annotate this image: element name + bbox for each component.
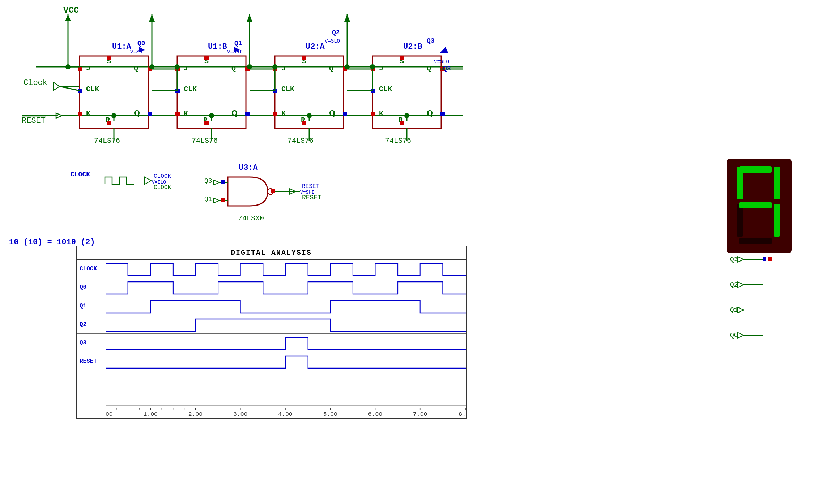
svg-text:CLOCK: CLOCK: [71, 171, 90, 178]
svg-text:K: K: [379, 109, 383, 118]
svg-text:U2:B: U2:B: [403, 42, 422, 51]
svg-rect-23: [107, 56, 111, 60]
signal-row-q1: Q1: [77, 297, 466, 315]
svg-text:J: J: [184, 64, 188, 73]
svg-text:4.00: 4.00: [278, 412, 292, 418]
svg-text:Q̄: Q̄: [329, 109, 335, 118]
svg-text:CLK: CLK: [281, 85, 294, 93]
svg-text:3.00: 3.00: [233, 412, 247, 418]
svg-rect-186: [737, 204, 743, 237]
svg-rect-182: [739, 166, 772, 173]
svg-point-69: [175, 64, 180, 69]
svg-text:CLK: CLK: [86, 85, 99, 93]
svg-line-39: [60, 86, 80, 91]
svg-text:U3:A: U3:A: [239, 163, 258, 172]
svg-text:8.00: 8.00: [459, 412, 466, 418]
svg-text:0.00: 0.00: [106, 412, 113, 418]
svg-rect-113: [400, 56, 404, 60]
svg-text:J: J: [379, 64, 383, 73]
svg-text:74LS76: 74LS76: [192, 137, 218, 145]
svg-marker-200: [737, 332, 744, 338]
svg-text:K: K: [86, 109, 90, 118]
svg-text:6.00: 6.00: [368, 412, 382, 418]
svg-text:Q0: Q0: [730, 332, 738, 339]
signal-wave-q0: [106, 278, 466, 296]
signal-wave-clock: [106, 260, 466, 278]
svg-text:V=SLO: V=SLO: [325, 38, 340, 44]
svg-marker-189: [737, 257, 744, 262]
svg-text:74LS00: 74LS00: [238, 214, 264, 223]
svg-text:U2:A: U2:A: [306, 42, 325, 51]
svg-text:74LS76: 74LS76: [94, 137, 120, 145]
main-canvas: VCC Clock RESET J S Q CLK K R Q̄: [0, 0, 835, 504]
svg-rect-154: [271, 189, 275, 193]
svg-rect-118: [440, 112, 445, 116]
svg-rect-192: [768, 257, 772, 261]
svg-text:U1:A: U1:A: [112, 42, 132, 51]
svg-point-66: [247, 64, 252, 69]
signal-wave-q2: [106, 315, 466, 333]
svg-text:CLK: CLK: [184, 85, 197, 93]
svg-rect-57: [204, 121, 209, 125]
svg-rect-26: [78, 112, 82, 116]
signal-row-empty1: [77, 371, 466, 389]
signal-row-clock: CLOCK: [77, 260, 466, 278]
svg-point-96: [345, 64, 350, 69]
signal-wave-reset: [106, 352, 466, 370]
svg-rect-58: [245, 112, 250, 116]
svg-text:Q: Q: [329, 64, 333, 73]
svg-text:RESET: RESET: [22, 116, 46, 125]
svg-text:1.00: 1.00: [144, 412, 158, 418]
svg-text:Q3: Q3: [730, 256, 738, 263]
signal-row-q3: Q3: [77, 334, 466, 352]
svg-point-41: [111, 113, 116, 118]
svg-rect-184: [774, 204, 780, 237]
signal-wave-empty1: [106, 371, 466, 389]
svg-text:Q1: Q1: [234, 40, 242, 47]
svg-text:7.00: 7.00: [413, 412, 427, 418]
signal-row-empty2: [77, 389, 466, 408]
svg-rect-84: [302, 56, 306, 60]
svg-rect-147: [221, 198, 225, 202]
svg-text:Q0: Q0: [137, 40, 145, 47]
svg-text:U1:B: U1:B: [208, 42, 227, 51]
svg-text:2.00: 2.00: [188, 412, 203, 418]
svg-text:K: K: [281, 109, 286, 118]
svg-text:J: J: [86, 64, 90, 73]
svg-rect-117: [400, 121, 404, 125]
svg-text:Q1: Q1: [730, 306, 738, 314]
svg-text:Clock: Clock: [24, 78, 47, 87]
svg-rect-88: [302, 121, 306, 125]
svg-rect-188: [739, 202, 772, 208]
svg-rect-143: [221, 180, 225, 184]
svg-marker-6: [54, 82, 60, 90]
svg-rect-187: [737, 167, 743, 199]
svg-point-72: [209, 113, 214, 118]
svg-text:K: K: [184, 109, 188, 118]
svg-text:5.00: 5.00: [323, 412, 337, 418]
signal-row-q2: Q2: [77, 315, 466, 334]
signal-label-q2: Q2: [77, 321, 106, 328]
svg-text:CLOCK: CLOCK: [154, 173, 171, 180]
signal-wave-q3: [106, 334, 466, 352]
svg-rect-28: [148, 112, 152, 116]
svg-rect-87: [273, 112, 277, 116]
svg-text:Q̄: Q̄: [134, 109, 140, 118]
svg-rect-191: [763, 257, 766, 261]
svg-text:V=SLO: V=SLO: [434, 59, 449, 65]
svg-text:Q3: Q3: [204, 177, 212, 185]
svg-marker-197: [737, 307, 744, 313]
svg-text:Q: Q: [427, 64, 431, 73]
svg-text:Q: Q: [231, 64, 236, 73]
signal-label-q0: Q0: [77, 284, 106, 290]
svg-text:CLK: CLK: [379, 85, 392, 93]
svg-text:VCC: VCC: [63, 5, 79, 15]
svg-text:Q2: Q2: [332, 29, 340, 36]
svg-marker-123: [439, 47, 448, 53]
signal-row-reset: RESET: [77, 352, 466, 371]
svg-point-126: [370, 64, 375, 69]
signal-label-q1: Q1: [77, 303, 106, 309]
svg-text:J: J: [281, 64, 286, 73]
svg-text:Q1: Q1: [204, 195, 212, 203]
svg-point-37: [149, 64, 154, 69]
